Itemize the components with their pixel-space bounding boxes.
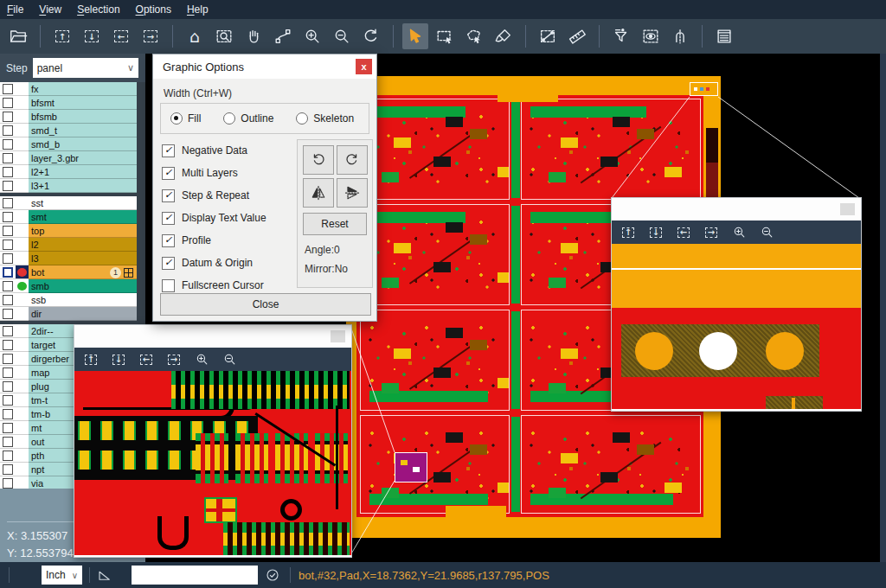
magnifier-viewport[interactable] xyxy=(74,371,351,555)
checkbox-step-repeat[interactable]: ✓Step & Repeat xyxy=(162,184,266,207)
layer-visibility-cell[interactable] xyxy=(0,151,16,165)
open-folder-button[interactable] xyxy=(5,23,31,49)
magnifier-titlebar[interactable] xyxy=(612,198,861,220)
layer-row-smd_t[interactable]: smd_t xyxy=(0,124,145,137)
pan-left-button[interactable]: ← xyxy=(138,351,155,368)
layer-list-button[interactable] xyxy=(711,23,737,49)
layer-row-smd_b[interactable]: smd_b xyxy=(0,137,145,151)
menu-item-help[interactable]: Help xyxy=(187,3,209,16)
radio-fill[interactable]: Fill xyxy=(170,112,201,125)
layer-checkbox[interactable] xyxy=(3,326,13,336)
pan-up-button[interactable]: ↑ xyxy=(49,23,75,49)
pan-right-button[interactable]: → xyxy=(138,23,164,49)
ruler-button[interactable] xyxy=(564,23,590,49)
menu-item-selection[interactable]: Selection xyxy=(77,3,119,16)
layer-label[interactable]: smd_t xyxy=(29,124,137,137)
menu-item-file[interactable]: File xyxy=(7,3,23,16)
layer-visibility-cell[interactable] xyxy=(0,407,16,421)
layer-checkbox[interactable] xyxy=(3,368,13,378)
layer-row-bot[interactable]: bot1 xyxy=(0,265,145,279)
layer-visibility-cell[interactable] xyxy=(0,238,16,252)
layer-row-ssb[interactable]: ssb xyxy=(0,293,145,307)
layer-label[interactable]: layer_3.gbr xyxy=(29,151,137,165)
layer-visibility-cell[interactable] xyxy=(0,293,16,307)
layer-row-fx[interactable]: fx xyxy=(0,82,145,96)
layer-row-dir[interactable]: dir xyxy=(0,307,145,321)
layer-label[interactable]: smt xyxy=(29,210,137,224)
zoom-in-button[interactable] xyxy=(193,351,210,368)
layer-visibility-cell[interactable] xyxy=(0,224,16,238)
layer-checkbox[interactable] xyxy=(3,381,13,392)
layer-visibility-cell[interactable] xyxy=(0,421,16,435)
layer-visibility-cell[interactable] xyxy=(0,124,16,137)
layer-visibility-cell[interactable] xyxy=(0,449,16,463)
layer-row-sst[interactable]: sst xyxy=(0,196,145,210)
layer-checkbox[interactable] xyxy=(3,464,13,475)
layer-visibility-cell[interactable] xyxy=(0,435,16,449)
layer-checkbox[interactable] xyxy=(3,167,13,177)
unit-select[interactable]: Inch ∨ xyxy=(42,566,82,585)
layer-visibility-cell[interactable] xyxy=(0,380,16,393)
layer-checkbox[interactable] xyxy=(3,478,13,489)
layer-label[interactable]: l2 xyxy=(29,238,137,252)
dialog-titlebar[interactable]: Graphic Options x xyxy=(153,54,376,79)
layer-visibility-cell[interactable] xyxy=(0,279,16,293)
layer-checkbox[interactable] xyxy=(3,340,13,350)
select-polygon-button[interactable] xyxy=(461,23,487,49)
layer-visibility-cell[interactable] xyxy=(0,82,16,96)
pan-down-button[interactable]: ↓ xyxy=(110,351,127,368)
layer-label[interactable]: l3 xyxy=(29,252,137,265)
layer-visibility-cell[interactable] xyxy=(0,265,16,279)
pan-hand-button[interactable] xyxy=(241,23,266,49)
layer-checkbox[interactable] xyxy=(3,139,13,150)
layer-visibility-cell[interactable] xyxy=(0,137,16,151)
layer-checkbox[interactable] xyxy=(3,354,13,364)
datum-corner-icon[interactable] xyxy=(97,562,112,588)
layer-visibility-cell[interactable] xyxy=(0,110,16,124)
magnifier-viewport[interactable] xyxy=(612,244,861,409)
checkbox-profile[interactable]: ✓Profile xyxy=(162,229,266,252)
mirror-horizontal-button[interactable] xyxy=(303,178,334,208)
zoom-in-button[interactable] xyxy=(730,224,748,241)
layer-checkbox[interactable] xyxy=(3,281,13,291)
rotate-cw-button[interactable] xyxy=(303,145,334,175)
pan-down-button[interactable]: ↓ xyxy=(79,23,105,49)
layer-checkbox[interactable] xyxy=(3,309,13,319)
pan-left-button[interactable]: ← xyxy=(108,23,134,49)
rotate-ccw-button[interactable] xyxy=(337,145,368,175)
layer-row-bfsmb[interactable]: bfsmb xyxy=(0,110,145,124)
layer-visibility-cell[interactable] xyxy=(0,196,16,210)
command-input[interactable] xyxy=(132,566,258,585)
layer-label[interactable]: bot1 xyxy=(29,265,137,279)
layer-checkbox[interactable] xyxy=(3,451,13,461)
layer-label[interactable]: bfsmb xyxy=(29,110,137,124)
zoom-out-button[interactable] xyxy=(221,351,238,368)
layer-label[interactable]: bfsmt xyxy=(29,96,137,110)
layer-visibility-cell[interactable] xyxy=(0,338,16,352)
checkbox-negative-data[interactable]: ✓Negative Data xyxy=(162,139,266,162)
mirror-vertical-button[interactable] xyxy=(337,178,368,208)
layer-checkbox[interactable] xyxy=(3,437,13,447)
refresh-check-icon[interactable] xyxy=(265,562,280,588)
layer-visibility-cell[interactable] xyxy=(0,210,16,224)
layer-row-l3[interactable]: l3 xyxy=(0,252,145,265)
layer-checkbox[interactable] xyxy=(3,112,13,122)
paint-brush-button[interactable] xyxy=(491,23,517,49)
zoom-out-button[interactable] xyxy=(329,23,355,49)
layer-row-l3+1[interactable]: l3+1 xyxy=(0,179,145,193)
layer-checkbox[interactable] xyxy=(3,226,13,236)
layer-row-layer_3.gbr[interactable]: layer_3.gbr xyxy=(0,151,145,165)
select-pointer-button[interactable] xyxy=(402,23,428,49)
layer-checkbox[interactable] xyxy=(3,212,13,222)
zoom-out-button[interactable] xyxy=(758,224,775,241)
layer-visibility-cell[interactable] xyxy=(0,252,16,265)
pan-down-button[interactable]: ↓ xyxy=(647,224,664,241)
pan-right-button[interactable]: → xyxy=(703,224,720,241)
pan-up-button[interactable]: ↑ xyxy=(620,224,637,241)
layer-row-smb[interactable]: smb xyxy=(0,279,145,293)
window-button[interactable] xyxy=(840,203,855,215)
layer-checkbox[interactable] xyxy=(3,409,13,419)
close-button[interactable]: Close xyxy=(160,293,371,316)
window-button[interactable] xyxy=(331,330,345,342)
measure-diagonal-button[interactable] xyxy=(535,23,561,49)
